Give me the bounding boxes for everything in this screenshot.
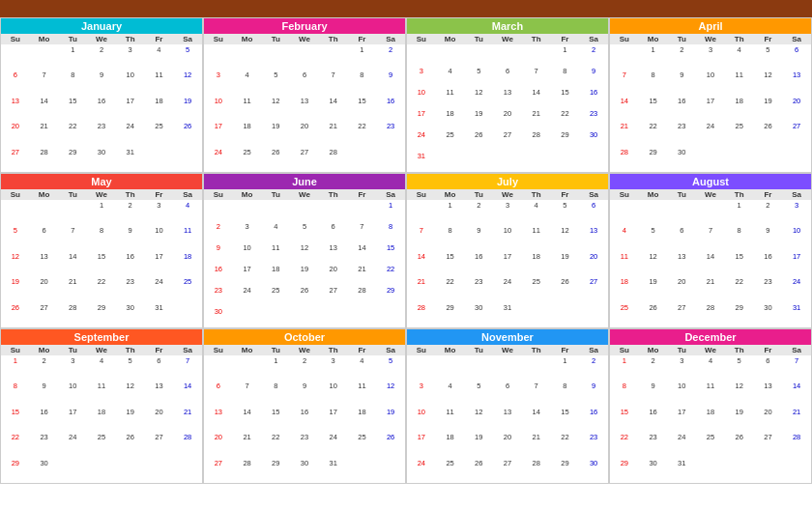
day-headers: SuMoTuWeThFrSa (204, 189, 405, 200)
day-cell: 25 (233, 147, 262, 172)
day-cell: 14 (58, 251, 87, 276)
day-cell: 24 (407, 129, 436, 151)
day-cell: 1 (610, 355, 639, 381)
day-cell: 20 (667, 276, 696, 301)
day-cell: 11 (696, 381, 725, 406)
day-cell: 10 (782, 225, 811, 250)
day-header-th: Th (725, 34, 754, 44)
day-header-tu: Tu (58, 189, 87, 200)
day-cell: 29 (436, 302, 465, 327)
day-cell: 29 (376, 285, 405, 306)
empty-cell (290, 306, 319, 327)
empty-cell (725, 147, 754, 172)
empty-cell (754, 458, 783, 483)
day-cell: 21 (173, 407, 202, 432)
day-header-mo: Mo (639, 189, 668, 200)
day-cell: 18 (436, 432, 465, 457)
day-cell: 19 (464, 432, 493, 457)
day-cell: 12 (376, 381, 405, 406)
day-cell: 3 (407, 381, 436, 406)
day-headers: SuMoTuWeThFrSa (204, 34, 405, 44)
day-cell: 26 (725, 432, 754, 457)
day-cell: 16 (754, 251, 783, 276)
day-cell: 22 (348, 121, 377, 146)
day-cell: 21 (522, 432, 551, 457)
day-cell: 17 (233, 264, 262, 285)
day-header-th: Th (116, 34, 145, 44)
day-cell: 4 (436, 381, 465, 406)
day-cell: 4 (145, 44, 174, 70)
day-header-fr: Fr (145, 345, 174, 355)
day-cell: 6 (30, 225, 59, 250)
day-cell: 20 (493, 108, 522, 129)
day-header-th: Th (725, 345, 754, 355)
empty-cell (233, 355, 262, 381)
day-header-we: We (87, 189, 116, 200)
day-cell: 28 (58, 302, 87, 327)
day-cell: 19 (464, 108, 493, 129)
empty-cell (464, 151, 493, 172)
day-cell: 9 (376, 70, 405, 95)
day-cell: 22 (725, 276, 754, 301)
day-cell: 8 (436, 225, 465, 250)
day-cell: 23 (204, 285, 233, 306)
day-cell: 4 (261, 221, 290, 242)
day-cell: 20 (754, 407, 783, 432)
day-cell: 12 (464, 407, 493, 432)
day-cell: 24 (782, 276, 811, 301)
day-cell: 28 (696, 302, 725, 327)
day-cell: 6 (493, 66, 522, 87)
empty-cell (290, 44, 319, 70)
day-cell: 5 (290, 221, 319, 242)
day-cell: 7 (30, 70, 59, 95)
day-cell: 14 (233, 407, 262, 432)
day-cell: 27 (493, 458, 522, 483)
day-cell: 14 (407, 251, 436, 276)
empty-cell (204, 200, 233, 221)
day-header-su: Su (407, 34, 436, 44)
empty-cell (261, 44, 290, 70)
day-header-su: Su (610, 34, 639, 44)
empty-cell (145, 147, 174, 172)
day-headers: SuMoTuWeThFrSa (1, 34, 202, 44)
day-cell: 25 (522, 276, 551, 301)
day-cell: 26 (464, 458, 493, 483)
empty-cell (696, 147, 725, 172)
day-cell: 15 (436, 251, 465, 276)
day-header-we: We (696, 34, 725, 44)
day-cell: 19 (116, 407, 145, 432)
day-cell: 13 (493, 407, 522, 432)
day-cell: 16 (579, 407, 608, 432)
day-headers: SuMoTuWeThFrSa (407, 34, 608, 44)
day-headers: SuMoTuWeThFrSa (610, 189, 811, 200)
month-header-december: December (610, 329, 811, 345)
day-cell: 2 (579, 355, 608, 381)
day-header-tu: Tu (464, 189, 493, 200)
day-cell: 4 (173, 200, 202, 225)
month-block-february: FebruarySuMoTuWeThFrSa123456789101112131… (203, 17, 406, 173)
day-cell: 7 (319, 70, 348, 95)
empty-cell (116, 458, 145, 483)
day-cell: 20 (579, 251, 608, 276)
day-cell: 15 (376, 242, 405, 264)
day-header-su: Su (407, 345, 436, 355)
day-cell: 29 (551, 129, 580, 151)
day-header-mo: Mo (30, 345, 59, 355)
empty-cell (261, 200, 290, 221)
day-cell: 10 (493, 225, 522, 250)
day-cell: 22 (610, 432, 639, 457)
day-header-fr: Fr (754, 189, 783, 200)
day-cell: 17 (696, 96, 725, 121)
day-cell: 16 (639, 407, 668, 432)
month-header-august: August (610, 174, 811, 189)
day-cell: 21 (348, 264, 377, 285)
day-cell: 3 (233, 221, 262, 242)
day-headers: SuMoTuWeThFrSa (1, 345, 202, 355)
day-cell: 20 (204, 432, 233, 457)
day-cell: 23 (376, 121, 405, 146)
day-cell: 28 (233, 458, 262, 483)
day-cell: 23 (579, 108, 608, 129)
day-cell: 12 (290, 242, 319, 264)
day-cell: 15 (551, 87, 580, 108)
day-cell: 24 (667, 432, 696, 457)
